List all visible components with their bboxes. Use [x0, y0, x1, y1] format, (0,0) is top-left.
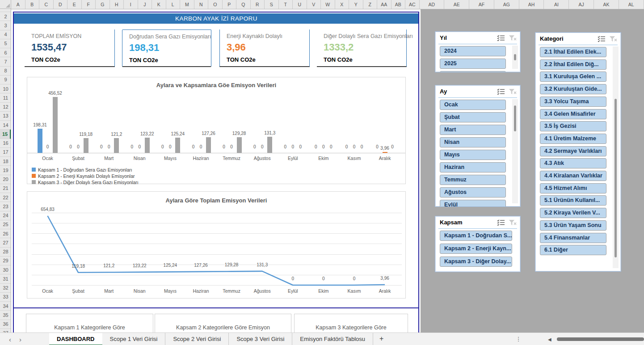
- column-header-S[interactable]: S: [265, 0, 279, 9]
- column-header-B[interactable]: B: [25, 0, 40, 9]
- slicer-item[interactable]: 2025: [440, 59, 506, 69]
- slicer-item[interactable]: 4.2 Sermaye Varlıkları: [540, 146, 606, 156]
- slicer-item[interactable]: 3.3 Yolcu Taşıma: [540, 97, 606, 107]
- column-header-M[interactable]: M: [180, 0, 194, 9]
- column-header-AJ[interactable]: AJ: [569, 0, 594, 9]
- sheet-tab-scope-3-veri-girisi[interactable]: Scope 3 Veri Girisi: [229, 333, 292, 345]
- row-header-26[interactable]: 26: [0, 229, 11, 238]
- row-header-3[interactable]: 3: [0, 21, 11, 30]
- column-header-V[interactable]: V: [307, 0, 321, 9]
- slicer-item[interactable]: 6.1 Diğer: [540, 245, 606, 255]
- slicer-kategori[interactable]: Kategori2.1 İthal Edilen Elek...2.2 İtha…: [535, 32, 621, 272]
- slicer-item[interactable]: 5.4 Finansmanlar: [540, 233, 606, 243]
- row-header-32[interactable]: 32: [0, 284, 11, 293]
- row-header-7[interactable]: 7: [0, 57, 11, 66]
- slicer-item[interactable]: 2024: [440, 46, 506, 56]
- row-header-19[interactable]: 19: [0, 166, 11, 175]
- column-header-C[interactable]: C: [39, 0, 54, 9]
- sheet-tab-scope-2-veri-girisi[interactable]: Scope 2 Veri Girisi: [165, 333, 229, 345]
- emissions-by-scope-bar-chart[interactable]: Aylara ve Kapsamlara Göe Emisyon Veriler…: [27, 77, 406, 184]
- row-header-11[interactable]: 11: [0, 93, 11, 102]
- slicer-item[interactable]: Mart: [440, 125, 506, 135]
- slicer-item[interactable]: 5.2 Kiraya Verilen V...: [540, 208, 606, 218]
- row-header-22[interactable]: 22: [0, 193, 11, 202]
- column-header-AK[interactable]: AK: [594, 0, 619, 9]
- slicer-yıl[interactable]: Yıl20242025: [435, 31, 521, 72]
- clear-filter-icon[interactable]: [509, 219, 517, 226]
- slicer-item[interactable]: Kapsam 2 - Enerji Kayn...: [440, 244, 512, 254]
- multi-select-icon[interactable]: [497, 35, 505, 42]
- slicer-kapsam[interactable]: KapsamKapsam 1 - Doğrudan S...Kapsam 2 -…: [435, 216, 521, 272]
- column-header-AC[interactable]: AC: [405, 0, 420, 9]
- column-header-AI[interactable]: AI: [544, 0, 569, 9]
- column-header-P[interactable]: P: [223, 0, 237, 9]
- slicer-item-partial[interactable]: Eylül: [440, 200, 506, 207]
- prev-sheet-arrow-icon[interactable]: ‹: [9, 336, 11, 343]
- column-header-G[interactable]: G: [96, 0, 110, 9]
- row-header-6[interactable]: 6: [0, 48, 11, 57]
- slicer-item[interactable]: 3.5 İş Gezisi: [540, 121, 606, 131]
- slicer-item[interactable]: 4.4 Kiralanan Varlıklar: [540, 171, 606, 181]
- slicer-item[interactable]: 4.5 Hizmet Alımı: [540, 183, 606, 194]
- row-header-33[interactable]: 33: [0, 293, 11, 302]
- column-header-N[interactable]: N: [194, 0, 209, 9]
- row-header-partial[interactable]: [0, 9, 11, 12]
- slicer-scrollbar-thumb[interactable]: [615, 99, 617, 257]
- column-header-AG[interactable]: AG: [494, 0, 519, 9]
- slicer-scrollbar-thumb[interactable]: [514, 54, 516, 60]
- row-header-15[interactable]: 15: [0, 130, 11, 139]
- column-header-R[interactable]: R: [251, 0, 265, 9]
- column-header-Q[interactable]: Q: [236, 0, 251, 9]
- row-header-9[interactable]: 9: [0, 76, 11, 84]
- sheet-tab-emisyon-fakt-r-tablosu[interactable]: Emisyon Faktörü Tablosu: [292, 333, 373, 345]
- sheet-tab-dashboard[interactable]: DASHBOARD: [49, 333, 102, 345]
- multi-select-icon[interactable]: [497, 88, 505, 95]
- row-header-10[interactable]: 10: [0, 84, 11, 93]
- slicer-item[interactable]: Ocak: [440, 100, 506, 110]
- slicer-item[interactable]: 2.2 İthal Edilen Diğ...: [540, 59, 606, 70]
- slicer-scrollbar[interactable]: [512, 99, 518, 203]
- sheet-tab-scope-1-veri-girisi[interactable]: Scope 1 Veri Girisi: [102, 333, 166, 345]
- slicer-item[interactable]: 3.1 Kuruluşa Gelen ...: [540, 72, 606, 82]
- row-header-20[interactable]: 20: [0, 175, 11, 184]
- column-header-AA[interactable]: AA: [377, 0, 391, 9]
- select-all-corner[interactable]: [0, 0, 11, 9]
- next-sheet-arrow-icon[interactable]: ›: [19, 336, 21, 343]
- column-header-Y[interactable]: Y: [349, 0, 363, 9]
- column-header-F[interactable]: F: [82, 0, 96, 9]
- slicer-item[interactable]: 5.3 Ürün Yaşam Sonu: [540, 220, 606, 231]
- row-header-27[interactable]: 27: [0, 238, 11, 247]
- column-header-I[interactable]: I: [124, 0, 138, 9]
- column-header-K[interactable]: K: [152, 0, 166, 9]
- add-sheet-button[interactable]: +: [373, 333, 390, 345]
- column-header-AH[interactable]: AH: [519, 0, 544, 9]
- clear-filter-icon[interactable]: [509, 35, 517, 42]
- column-header-AD[interactable]: AD: [420, 0, 445, 9]
- slicer-item[interactable]: Kapsam 3 - Diğer Dolay...: [440, 257, 512, 267]
- column-header-U[interactable]: U: [293, 0, 307, 9]
- more-options-icon[interactable]: ⋮: [514, 333, 523, 345]
- clear-filter-icon[interactable]: [609, 36, 617, 42]
- slicer-item[interactable]: 5.1 Ürünün Kullanıl...: [540, 195, 606, 206]
- slicer-scrollbar[interactable]: [512, 46, 518, 69]
- multi-select-icon[interactable]: [598, 36, 606, 42]
- row-header-14[interactable]: 14: [0, 121, 11, 130]
- row-header-36[interactable]: 36: [0, 320, 11, 329]
- slicer-item[interactable]: 2.1 İthal Edilen Elek...: [540, 47, 606, 57]
- row-header-17[interactable]: 17: [0, 148, 11, 157]
- hscroll-left-arrow-icon[interactable]: ◀: [548, 337, 551, 342]
- slicer-scrollbar-thumb[interactable]: [514, 105, 516, 131]
- column-header-E[interactable]: E: [67, 0, 82, 9]
- column-header-Z[interactable]: Z: [363, 0, 378, 9]
- row-header-29[interactable]: 29: [0, 257, 11, 265]
- slicer-item[interactable]: Temmuz: [440, 175, 506, 185]
- row-header-28[interactable]: 28: [0, 248, 11, 257]
- row-header-30[interactable]: 30: [0, 265, 11, 274]
- multi-select-icon[interactable]: [497, 219, 505, 226]
- row-header-13[interactable]: 13: [0, 112, 11, 121]
- row-header-34[interactable]: 34: [0, 302, 11, 311]
- slicer-item[interactable]: Ağustos: [440, 187, 506, 198]
- column-header-L[interactable]: L: [166, 0, 181, 9]
- column-header-H[interactable]: H: [110, 0, 124, 9]
- row-header-23[interactable]: 23: [0, 202, 11, 211]
